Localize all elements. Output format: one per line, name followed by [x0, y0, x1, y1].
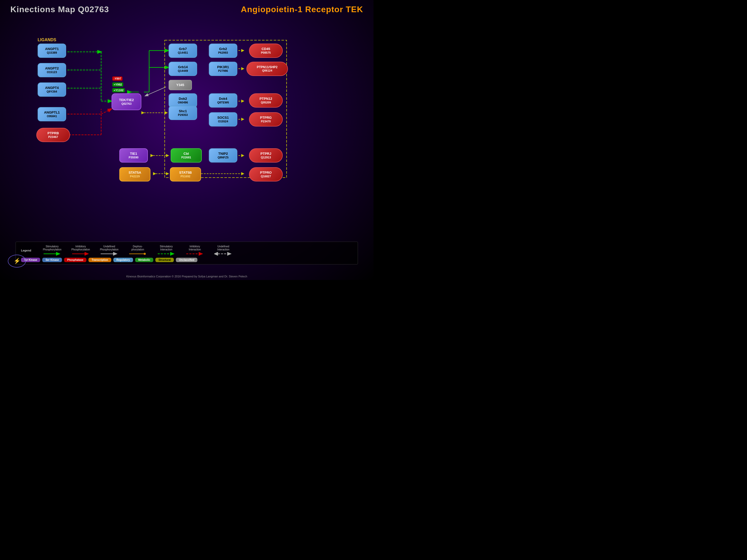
node-CD45[interactable]: CD45 P08575 — [249, 44, 283, 58]
map-title: Kinections Map Q02763 — [10, 5, 109, 14]
ck-metabolic: Metabolic — [135, 258, 153, 262]
ck-structural: Structural — [155, 258, 174, 262]
node-PTPRG[interactable]: PTPRG P23470 — [249, 112, 283, 127]
ck-ser-kinase: Ser Kinase — [42, 258, 62, 262]
node-Grb7[interactable]: Grb7 Q14451 — [169, 44, 197, 58]
inhib-interaction-arrow — [186, 252, 204, 256]
legend-stim-interaction: StimulatoryInteraction — [155, 245, 178, 256]
svg-point-31 — [144, 253, 146, 255]
protein-title: Angiopoietin-1 Receptor TEK — [241, 5, 363, 14]
ck-transcription: Transcription — [88, 258, 111, 262]
node-PTPN11[interactable]: PTPN11/SHP2 Q06124 — [247, 62, 288, 76]
ck-phosphatase: Phosphatase — [64, 258, 86, 262]
phospho-y897: -Y897 — [112, 77, 123, 81]
node-TIE1[interactable]: TIE1 P35590 — [119, 148, 148, 163]
node-ANGPTL1[interactable]: ANGPTL1 O95841 — [37, 107, 66, 121]
undef-interaction-arrow — [214, 252, 232, 256]
dephos-arrow — [129, 252, 147, 256]
phospho-y992: +Y992 — [112, 82, 123, 87]
node-PTPRB[interactable]: PTPRB P23467 — [36, 128, 70, 142]
node-Shc1[interactable]: Shc1 P29353 — [169, 106, 197, 120]
kinexus-logo: ⚡ — [8, 255, 26, 268]
legend-stimulatory-phospho: StimulatoryPhosphorylation — [41, 245, 64, 256]
node-PTPRO[interactable]: PTPRO Q16827 — [249, 167, 283, 182]
header: Kinections Map Q02763 Angiopoietin-1 Rec… — [0, 0, 374, 17]
legend-inhib-interaction: InhibitoryInteraction — [183, 245, 206, 256]
node-Y345[interactable]: Y345 — [169, 80, 192, 90]
node-Dok2[interactable]: Dok2 O60496 — [169, 93, 197, 108]
color-key-row: Tyr Kinase Ser Kinase Phosphatase Transc… — [21, 258, 353, 262]
footer-text: Kinexus Bioinformatics Corporation © 201… — [0, 275, 374, 278]
node-SOCS1[interactable]: SOCS1 O15524 — [209, 112, 237, 127]
node-Grb2[interactable]: Grb2 P62993 — [209, 44, 237, 58]
stim-interaction-arrow — [157, 252, 175, 256]
node-PTPRJ[interactable]: PTPRJ Q12913 — [249, 148, 283, 163]
node-Cbl[interactable]: Cbl P22681 — [171, 148, 202, 163]
inhibitory-phospho-arrow — [72, 252, 90, 256]
node-STAT5A[interactable]: STAT5A P42229 — [119, 167, 150, 182]
legend-area: Legend StimulatoryPhosphorylation Inhibi… — [16, 242, 358, 264]
legend-inhibitory-phospho: InhibitoryPhosphorylation — [69, 245, 92, 256]
node-Dok4[interactable]: Dok4 Q8TEW6 — [209, 93, 237, 108]
ck-unclassified: Unclassified — [176, 258, 197, 262]
node-ANGPT1[interactable]: ANGPT1 Q15389 — [37, 44, 66, 58]
node-PTPN12[interactable]: PTPN12 Q05209 — [249, 93, 283, 108]
node-TNIP2[interactable]: TNIP2 Q8NFZ5 — [209, 148, 237, 163]
phospho-y1102: +Y1102 — [112, 88, 125, 92]
node-STAT5B[interactable]: STAT5B P51692 — [170, 167, 201, 182]
ck-regulatory: Regulatory — [113, 258, 133, 262]
ligands-label: LIGANDS — [37, 37, 56, 42]
legend-undef-interaction: UndefinedInteraction — [212, 245, 235, 256]
legend-dephos: Dephos-phorylation — [126, 245, 149, 256]
undefined-phospho-arrow — [100, 252, 118, 256]
node-PIK3R1[interactable]: PIK3R1 P27986 — [209, 62, 237, 76]
legend-label: Legend — [21, 249, 35, 252]
node-Grb14[interactable]: Grb14 Q14449 — [169, 62, 197, 76]
node-ANGPT2[interactable]: ANGPT2 O15123 — [37, 63, 66, 77]
node-TEK[interactable]: TEK/TIE2 Q02763 — [111, 93, 141, 110]
node-ANGPT4[interactable]: ANGPT4 Q9Y264 — [37, 82, 66, 97]
stimulatory-phospho-arrow — [43, 252, 61, 256]
legend-undefined-phospho: UndefinedPhosphorylation — [98, 245, 121, 256]
